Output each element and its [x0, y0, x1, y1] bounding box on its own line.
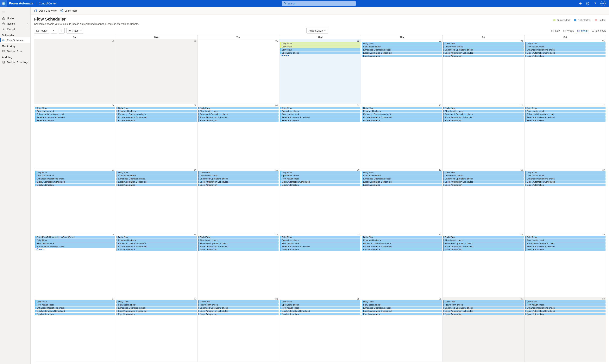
calendar-event[interactable]: Excel Automation Scheduled	[35, 310, 115, 312]
calendar-event[interactable]: Daily Flow	[362, 42, 442, 45]
calendar-event[interactable]: Excel Automation Scheduled	[35, 181, 115, 183]
calendar-event[interactable]: Daily Flow	[35, 107, 115, 109]
calendar-event[interactable]: Daily Flow	[117, 107, 197, 109]
calendar-event[interactable]: Flow health check	[443, 110, 524, 113]
calendar-event[interactable]: Daily Flow	[525, 171, 606, 174]
calendar-cell[interactable]: 02Daily FlowDaily FlowDaily FlowOperatio…	[279, 39, 361, 104]
calendar-event[interactable]: Daily Flow	[35, 171, 115, 174]
calendar-event[interactable]: Flow health check	[443, 45, 524, 48]
calendar-cell[interactable]: 11Daily FlowFlow health checkEnhanced Op…	[443, 104, 524, 168]
calendar-event[interactable]: Excel Automation Scheduled	[443, 181, 524, 183]
calendar-cell[interactable]: 30	[34, 39, 116, 104]
calendar-cell[interactable]: 15Daily FlowFlow health checkEnhanced Op…	[198, 168, 279, 233]
calendar-event[interactable]: Excel Automation Scheduled	[525, 181, 606, 183]
calendar-cell[interactable]: 29Daily FlowFlow health checkEnhanced Op…	[198, 297, 279, 362]
calendar-event[interactable]: Flow health check	[198, 303, 279, 306]
calendar-event[interactable]: Excel Automation	[362, 55, 442, 57]
calendar-event[interactable]: Enhanced Operations check	[525, 307, 606, 309]
calendar-event[interactable]: Flow health check	[35, 174, 115, 177]
calendar-event[interactable]: Enhanced Operations check	[198, 242, 279, 245]
calendar-cell[interactable]: 12Daily FlowFlow health checkEnhanced Op…	[525, 104, 606, 168]
calendar-cell[interactable]: 18Daily FlowFlow health checkEnhanced Op…	[443, 168, 524, 233]
calendar-cell[interactable]: 28Daily FlowFlow health checkEnhanced Op…	[116, 297, 198, 362]
calendar-event[interactable]: Excel Automation	[362, 248, 442, 251]
calendar-event[interactable]: Excel Automation	[443, 313, 524, 315]
calendar-event[interactable]: Daily Flow	[362, 107, 442, 109]
calendar-cell[interactable]: 03Daily FlowFlow health checkEnhanced Op…	[361, 39, 443, 104]
calendar-event[interactable]: Excel Automation	[280, 183, 360, 186]
calendar-event[interactable]: Daily Flow	[525, 300, 606, 303]
calendar-event[interactable]: Excel Automation	[117, 313, 197, 315]
app-launcher-button[interactable]	[0, 0, 7, 7]
calendar-event[interactable]: Enhanced Operations check	[117, 307, 197, 309]
calendar-event[interactable]: Enhanced Operations check	[362, 242, 442, 245]
calendar-event[interactable]: Excel Automation Scheduled	[362, 116, 442, 119]
today-button[interactable]: Today	[34, 28, 49, 34]
calendar-event[interactable]: Daily Flow	[280, 171, 360, 174]
calendar-event[interactable]: Enhanced Operations check	[198, 177, 279, 180]
calendar-event[interactable]: Flow health check	[362, 303, 442, 306]
product-name[interactable]: Power Automate	[7, 2, 36, 5]
calendar-event[interactable]: Flow health check	[117, 110, 197, 113]
calendar-event[interactable]: Excel Automation Scheduled	[362, 245, 442, 248]
calendar-event[interactable]: Excel Automation Scheduled	[117, 245, 197, 248]
calendar-event[interactable]: Excel Automation Scheduled	[280, 181, 360, 183]
calendar-event[interactable]: Excel Automation	[198, 119, 279, 122]
sidebar-item-flow-scheduler[interactable]: Flow Scheduler	[0, 37, 30, 43]
calendar-event[interactable]: Enhanced Operations check	[35, 177, 115, 180]
calendar-event[interactable]: Excel Automation Scheduled	[280, 245, 360, 248]
calendar-event[interactable]: Enhanced Operations check	[362, 307, 442, 309]
calendar-event[interactable]: Operations check	[280, 303, 360, 306]
calendar-event[interactable]: Excel Automation Scheduled	[117, 310, 197, 312]
sidebar-toggle[interactable]	[0, 9, 7, 15]
sidebar-item-home[interactable]: Home	[0, 15, 30, 21]
calendar-event[interactable]: Excel Automation Scheduled	[198, 310, 279, 312]
calendar-event[interactable]: Flow health check	[198, 174, 279, 177]
calendar-event[interactable]: Excel Automation	[525, 119, 606, 122]
calendar-cell[interactable]: 02Daily FlowFlow health checkEnhanced Op…	[525, 297, 606, 362]
calendar-cell[interactable]: 05Daily FlowFlow health checkEnhanced Op…	[525, 39, 606, 104]
calendar-cell[interactable]: 16Daily FlowOperations checkFlow health …	[279, 168, 361, 233]
calendar-event[interactable]: Daily Flow	[443, 42, 524, 45]
calendar-event[interactable]: Flow health check	[525, 45, 606, 48]
calendar-cell[interactable]: 25Daily FlowFlow health checkEnhanced Op…	[443, 233, 524, 297]
more-events-link[interactable]: +3 more	[280, 54, 360, 57]
sidebar-item-pinned[interactable]: Pinned	[0, 26, 30, 32]
calendar-event[interactable]: Excel Automation Scheduled	[198, 245, 279, 248]
calendar-event[interactable]: Operations check	[280, 239, 360, 242]
settings-button[interactable]	[586, 1, 590, 5]
calendar-cell[interactable]: 27Daily FlowFlow health checkEnhanced Op…	[34, 297, 116, 362]
add-button[interactable]	[578, 1, 582, 5]
filter-button[interactable]: Filter	[67, 28, 83, 34]
calendar-event[interactable]: Excel Automation	[280, 248, 360, 251]
calendar-event[interactable]: Daily Flow	[443, 236, 524, 238]
calendar-event[interactable]: Operations check	[280, 52, 360, 54]
calendar-event[interactable]: Daily Flow	[198, 171, 279, 174]
calendar-event[interactable]: Flow health check	[117, 303, 197, 306]
calendar-event[interactable]: Flow health check	[198, 239, 279, 242]
calendar-event[interactable]: Flow health check	[443, 303, 524, 306]
calendar-event[interactable]: Flow health check	[117, 174, 197, 177]
calendar-event[interactable]: Daily Flow	[525, 236, 606, 238]
calendar-event[interactable]: Enhanced Operations check	[198, 113, 279, 116]
calendar-event[interactable]: Excel Automation Scheduled	[280, 310, 360, 312]
next-button[interactable]	[59, 28, 65, 34]
view-tab-day[interactable]: Day	[551, 28, 560, 33]
calendar-event[interactable]: Operations check	[280, 110, 360, 113]
calendar-event[interactable]: Daily Flow	[443, 171, 524, 174]
calendar-event[interactable]: Excel Automation Scheduled	[525, 245, 606, 248]
calendar-event[interactable]: Flow health check	[280, 113, 360, 116]
calendar-cell[interactable]: 31	[116, 39, 198, 104]
calendar-event[interactable]: Excel Automation Scheduled	[117, 116, 197, 119]
calendar-cell[interactable]: 06Daily FlowFlow health checkEnhanced Op…	[34, 104, 116, 168]
user-avatar[interactable]: GB	[600, 1, 606, 6]
learn-more-link[interactable]: Learn more	[60, 9, 78, 13]
calendar-cell[interactable]: 21Daily FlowFlow health checkEnhanced Op…	[116, 233, 198, 297]
calendar-event[interactable]: Excel Automation	[443, 248, 524, 251]
calendar-event[interactable]: Excel Automation	[35, 313, 115, 315]
calendar-event[interactable]: Daily Flow	[280, 107, 360, 109]
calendar-event[interactable]: Flow health check	[280, 307, 360, 309]
calendar-cell[interactable]: 17Daily FlowFlow health checkEnhanced Op…	[361, 168, 443, 233]
calendar-event[interactable]: Excel Automation	[443, 183, 524, 186]
calendar-event[interactable]: Enhanced Operations check	[117, 177, 197, 180]
